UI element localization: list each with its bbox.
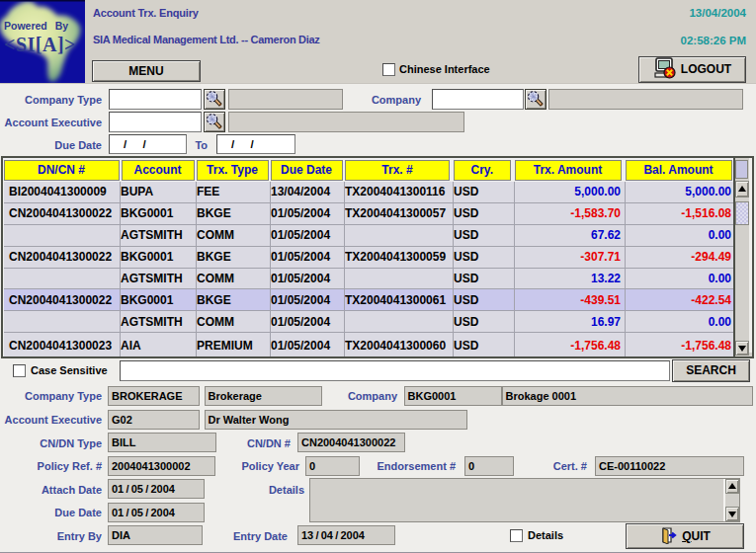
svg-text:<SI[A]>: <SI[A]>: [4, 34, 76, 55]
svg-text:Powered By: Powered By: [4, 20, 68, 32]
